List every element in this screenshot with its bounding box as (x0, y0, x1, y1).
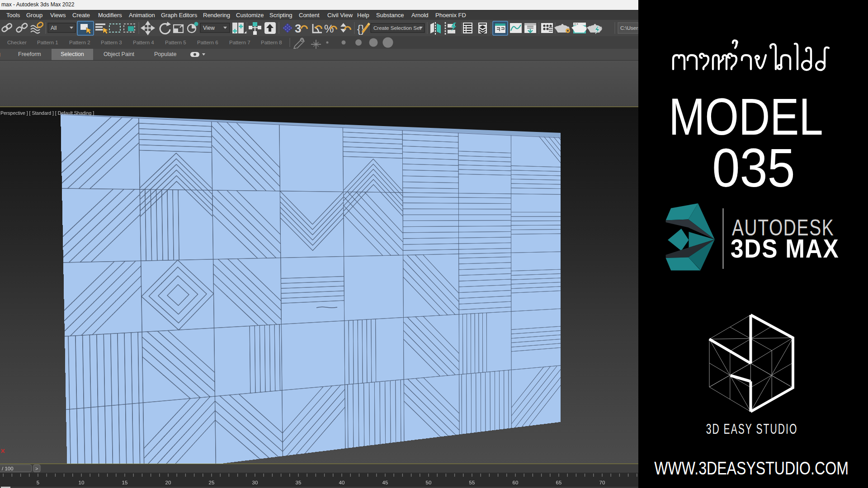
svg-text:All: All (51, 25, 57, 31)
svg-text:60: 60 (513, 480, 519, 485)
svg-text:15: 15 (122, 480, 128, 485)
svg-text:>: > (35, 466, 38, 471)
svg-text:035: 035 (712, 137, 795, 198)
svg-text:WWW.3DEASYSTUDIO.COM: WWW.3DEASYSTUDIO.COM (654, 458, 849, 479)
svg-text:/ 100: / 100 (2, 466, 14, 471)
svg-text:35: 35 (296, 480, 302, 485)
svg-text:5: 5 (37, 480, 39, 485)
svg-text:45: 45 (382, 480, 388, 485)
svg-text:3DS MAX: 3DS MAX (731, 234, 840, 263)
svg-text:Create Selection Set: Create Selection Set (373, 25, 421, 31)
svg-text:20: 20 (165, 480, 171, 485)
svg-text:55: 55 (469, 480, 475, 485)
svg-text:40: 40 (339, 480, 345, 485)
svg-text:3: 3 (295, 22, 301, 35)
svg-text:25: 25 (209, 480, 215, 485)
svg-text:View: View (203, 25, 215, 31)
svg-text:3D EASY STUDIO: 3D EASY STUDIO (706, 421, 798, 437)
svg-text:30: 30 (252, 480, 258, 485)
svg-text:70: 70 (599, 480, 605, 485)
svg-text:10: 10 (79, 480, 85, 485)
svg-text:65: 65 (556, 480, 562, 485)
svg-text:%: % (324, 23, 334, 35)
svg-text:50: 50 (426, 480, 432, 485)
svg-text:C:\Users\User: C:\Users\User (620, 25, 638, 31)
svg-text:{}: {} (357, 23, 364, 35)
